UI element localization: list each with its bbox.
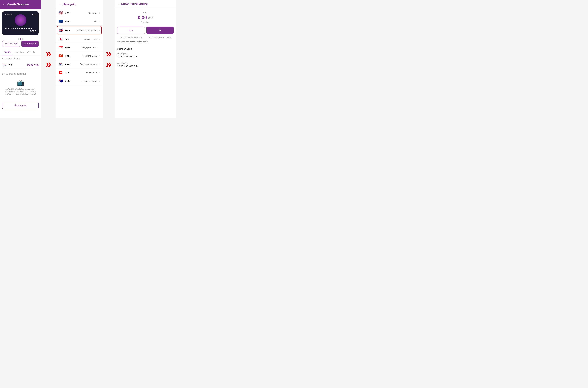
buy-rate-value: 1 GBP = 37.3663 THB [117,65,174,67]
trade-buttons: ขาย ซื้อ [114,27,176,36]
code-eur: EUR [65,20,91,23]
flag-sgd: 🇸🇬 [58,46,63,49]
chevron-gbp: › [99,29,100,32]
chevron-eur: › [99,20,100,23]
currency-item-usd[interactable]: 🇺🇸 USD US Dollar › [56,9,103,17]
name-sgd: Singapore Dollar [82,46,97,49]
flag-gbp: 🇬🇧 [59,28,63,32]
buy-other-currency-button[interactable]: ซื้อเงินสกุลอื่น [2,102,39,109]
back-button-left[interactable]: ← [3,3,6,6]
thb-amount: 100.00 THB [27,64,39,66]
buy-rate-label: อัตราที่คุณซื้อ [117,62,174,64]
flag-krw: 🇰🇷 [58,62,63,66]
chevron-sgd: › [99,46,100,49]
buy-btn-wrapper: ซื้อเงินสกุลอื่น [0,100,41,111]
code-usd: USD [65,12,86,14]
currency-item-hkd[interactable]: 🇭🇰 HKD Hongkong Dollar › [56,52,103,60]
card-section: PLANET SCB 4830 99 ●● ●●●● ●●●● VISA [0,9,41,37]
daily-limit: จำนวนครั้งที่สามารถซื้อ-ขายได้ในวันนี้: … [114,39,176,45]
arrow-2-symbol-2: » [106,59,112,69]
flag-usd: 🇺🇸 [58,11,63,15]
currency-item-eur[interactable]: 🇪🇺 EUR Euro › [56,17,103,25]
chevron-usd: › [99,12,100,14]
sell-button[interactable]: ขาย [117,27,145,34]
name-eur: Euro [93,20,97,23]
currency-item-aud[interactable]: 🇦🇺 AUD Australian Dollar › [56,77,103,85]
name-usd: US Dollar [89,12,97,14]
back-button-right[interactable]: ← [117,2,120,5]
balance-amount: 0.00 [138,15,147,20]
currency-list: 🇺🇸 USD US Dollar › 🇪🇺 EUR Euro › 🇬🇧 GBP … [56,9,103,118]
balance-sublabel: ในวอลเล็ท [117,21,174,24]
buy-description: จากสกุลบาทเป็นสกุลต่างประเทศ [146,36,174,39]
flag-aud: 🇦🇺 [58,79,63,83]
chevron-krw: › [99,63,100,66]
thb-wallet-section: ยอดเงินในวอลเล็ท (บาท) 🇹🇭 THB 100.00 THB [0,55,41,71]
sell-rate-label: อัตราที่คุณขาย [117,52,174,55]
buy-rate-row: อัตราที่คุณซื้อ 1 GBP = 37.3663 THB [117,62,174,69]
currency-item-krw[interactable]: 🇰🇷 KRW South Korean Won › [56,60,103,69]
card-number: 4830 99 ●● ●●●● ●●●● [5,27,32,29]
currency-item-chf[interactable]: 🇨🇭 CHF Swiss Franc › [56,69,103,77]
balance-label: คุณมี [117,11,174,14]
balance-amount-row: 0.00 GBP [117,15,174,20]
thb-flag: 🇹🇭 [2,63,7,67]
chevron-chf: › [99,71,100,74]
arrow-2-section: » » [103,0,114,118]
chevron-jpy: › [99,38,100,40]
empty-wallet-icon: 📺 [17,79,24,86]
card-planet-label: PLANET [5,14,12,15]
thb-code: THB [8,64,25,66]
trade-descriptions: จากสกุลต่างประเทศเป็นสกุลบาท จากสกุลบาทเ… [114,36,176,39]
sell-rate-value: 1 GBP = 37.3340 THB [117,56,174,58]
topup-button[interactable]: เติมเงินเข้าวอลเล็ท [22,41,39,47]
arrow-1-symbol: » [46,48,51,59]
other-section-label: ยอดเงินในวอลเล็ท (สกุลเงินอื่น) [2,73,39,75]
code-gbp: GBP [65,29,75,32]
card-brand: VISA [30,30,36,33]
tab-details[interactable]: รายละเอียด [12,49,25,55]
tabs-row: วอลเล็ท รายละเอียด บริการอื่นๆ [0,49,41,55]
chevron-aud: › [99,80,100,82]
card-bank-label: SCB [32,14,36,16]
name-krw: South Korean Won [80,63,97,65]
name-jpy: Japanese Yen [84,38,97,40]
rate-section: อัตราแลกเปลี่ยน อัตราที่คุณขาย 1 GBP = 3… [114,45,176,73]
thb-currency-row: 🇹🇭 THB 100.00 THB [2,61,39,69]
dot-3 [22,38,23,40]
buy-button[interactable]: ซื้อ [146,27,174,34]
currency-item-gbp[interactable]: 🇬🇧 GBP British Pound Sterling › [57,26,101,34]
back-button-middle[interactable]: ← [58,3,61,6]
flag-chf: 🇨🇭 [58,71,63,75]
tab-services[interactable]: บริการอื่นๆ [25,49,38,55]
arrow-2-symbol: » [106,48,112,59]
right-panel: ← British Pound Sterling คุณมี 0.00 GBP … [114,0,176,118]
currency-item-jpy[interactable]: 🇯🇵 JPY Japanese Yen › [56,35,103,43]
name-gbp: British Pound Sterling [77,29,97,31]
card-dots [0,37,41,41]
flag-eur: 🇪🇺 [58,19,63,23]
currency-item-sgd[interactable]: 🇸🇬 SGD Singapore Dollar › [56,43,103,52]
chevron-hkd: › [99,54,100,57]
withdraw-button[interactable]: โอนเงินเข้าบัญชี [2,41,20,47]
flag-hkd: 🇭🇰 [58,54,63,58]
tab-wallet[interactable]: วอลเล็ท [2,49,12,55]
name-hkd: Hongkong Dollar [82,55,97,57]
sell-description: จากสกุลต่างประเทศเป็นสกุลบาท [117,36,145,39]
middle-panel-title: เลือกสกุลเงิน [63,2,76,6]
balance-currency: GBP [148,17,153,20]
arrow-1-symbol-2: » [46,59,51,69]
sell-rate-row: อัตราที่คุณขาย 1 GBP = 37.3340 THB [117,52,174,60]
code-hkd: HKD [65,55,80,57]
left-header: ← บัตรเติมเงินของฉัน [0,0,41,9]
code-chf: CHF [65,72,84,74]
balance-section: คุณมี 0.00 GBP ในวอลเล็ท [114,8,176,27]
empty-wallet: 📺 คุณยังไม่มีเงินสกุลอื่นในวอลเล็ท กรุณา… [2,76,39,99]
arrow-1-section: » » [41,0,56,118]
other-wallet-section: ยอดเงินในวอลเล็ท (สกุลเงินอื่น) 📺 คุณยัง… [0,71,41,100]
middle-panel: ← เลือกสกุลเงิน 🇺🇸 USD US Dollar › 🇪🇺 EU… [56,0,103,118]
right-panel-title: British Pound Sterling [121,2,148,5]
name-aud: Australian Dollar [82,80,97,82]
name-chf: Swiss Franc [86,72,97,74]
card-design-decoration [15,14,26,26]
